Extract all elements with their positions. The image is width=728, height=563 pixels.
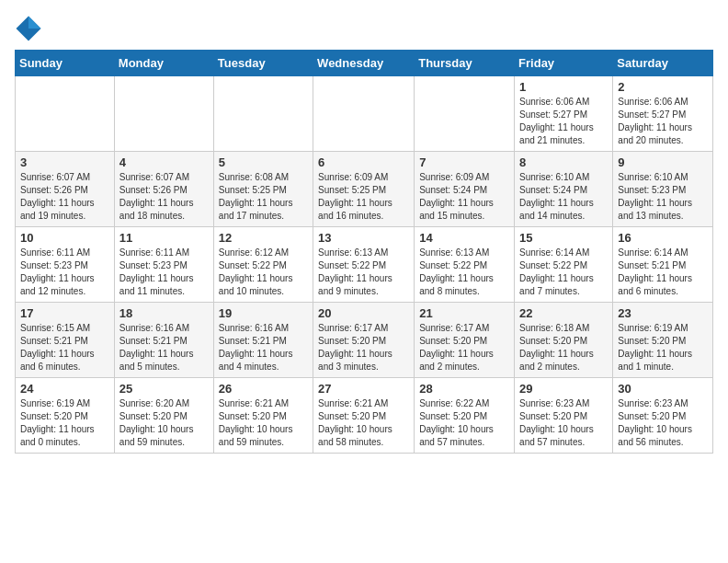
calendar-header-saturday: Saturday <box>613 51 713 76</box>
calendar-cell: 20Sunrise: 6:17 AM Sunset: 5:20 PM Dayli… <box>313 303 415 378</box>
day-info: Sunrise: 6:07 AM Sunset: 5:26 PM Dayligh… <box>119 171 209 223</box>
calendar-cell: 25Sunrise: 6:20 AM Sunset: 5:20 PM Dayli… <box>114 378 213 454</box>
calendar-week-row: 24Sunrise: 6:19 AM Sunset: 5:20 PM Dayli… <box>16 378 713 454</box>
day-number: 7 <box>419 155 509 169</box>
day-number: 15 <box>519 231 608 245</box>
day-info: Sunrise: 6:21 AM Sunset: 5:20 PM Dayligh… <box>318 397 409 449</box>
day-number: 16 <box>618 231 708 245</box>
day-info: Sunrise: 6:10 AM Sunset: 5:23 PM Dayligh… <box>618 171 708 223</box>
calendar-cell: 15Sunrise: 6:14 AM Sunset: 5:22 PM Dayli… <box>515 227 613 303</box>
calendar-header-sunday: Sunday <box>16 51 115 76</box>
day-number: 25 <box>119 382 209 396</box>
day-number: 11 <box>119 231 209 245</box>
day-number: 29 <box>519 382 608 396</box>
day-info: Sunrise: 6:06 AM Sunset: 5:27 PM Dayligh… <box>618 96 708 147</box>
day-number: 23 <box>618 306 708 320</box>
calendar-cell: 16Sunrise: 6:14 AM Sunset: 5:21 PM Dayli… <box>613 227 713 303</box>
calendar-cell <box>114 76 213 152</box>
logo <box>15 15 46 42</box>
calendar-cell: 3Sunrise: 6:07 AM Sunset: 5:26 PM Daylig… <box>16 152 115 227</box>
day-info: Sunrise: 6:20 AM Sunset: 5:20 PM Dayligh… <box>119 397 209 449</box>
calendar-cell: 30Sunrise: 6:23 AM Sunset: 5:20 PM Dayli… <box>613 378 713 454</box>
day-number: 24 <box>20 382 109 396</box>
calendar-cell: 10Sunrise: 6:11 AM Sunset: 5:23 PM Dayli… <box>16 227 115 303</box>
calendar-cell: 7Sunrise: 6:09 AM Sunset: 5:24 PM Daylig… <box>415 152 515 227</box>
calendar-cell: 28Sunrise: 6:22 AM Sunset: 5:20 PM Dayli… <box>415 378 515 454</box>
day-number: 8 <box>519 155 608 169</box>
calendar-cell: 24Sunrise: 6:19 AM Sunset: 5:20 PM Dayli… <box>16 378 115 454</box>
calendar-week-row: 10Sunrise: 6:11 AM Sunset: 5:23 PM Dayli… <box>16 227 713 303</box>
calendar-cell <box>16 76 115 152</box>
day-info: Sunrise: 6:16 AM Sunset: 5:21 PM Dayligh… <box>119 322 209 373</box>
day-info: Sunrise: 6:18 AM Sunset: 5:20 PM Dayligh… <box>519 322 608 373</box>
calendar-cell: 29Sunrise: 6:23 AM Sunset: 5:20 PM Dayli… <box>515 378 613 454</box>
page-header <box>15 15 713 42</box>
calendar-table: SundayMondayTuesdayWednesdayThursdayFrid… <box>15 50 713 454</box>
day-info: Sunrise: 6:07 AM Sunset: 5:26 PM Dayligh… <box>20 171 109 223</box>
svg-marker-1 <box>28 17 41 29</box>
calendar-header-thursday: Thursday <box>415 51 515 76</box>
calendar-cell: 19Sunrise: 6:16 AM Sunset: 5:21 PM Dayli… <box>213 303 313 378</box>
calendar-header-friday: Friday <box>515 51 613 76</box>
day-info: Sunrise: 6:09 AM Sunset: 5:25 PM Dayligh… <box>318 171 409 223</box>
calendar-cell: 1Sunrise: 6:06 AM Sunset: 5:27 PM Daylig… <box>515 76 613 152</box>
calendar-cell: 9Sunrise: 6:10 AM Sunset: 5:23 PM Daylig… <box>613 152 713 227</box>
day-number: 28 <box>419 382 509 396</box>
day-number: 1 <box>519 80 608 94</box>
day-number: 13 <box>318 231 409 245</box>
day-info: Sunrise: 6:17 AM Sunset: 5:20 PM Dayligh… <box>318 322 409 373</box>
day-info: Sunrise: 6:11 AM Sunset: 5:23 PM Dayligh… <box>119 247 209 298</box>
day-number: 22 <box>519 306 608 320</box>
day-number: 18 <box>119 306 209 320</box>
calendar-cell: 6Sunrise: 6:09 AM Sunset: 5:25 PM Daylig… <box>313 152 415 227</box>
calendar-header-tuesday: Tuesday <box>213 51 313 76</box>
day-info: Sunrise: 6:11 AM Sunset: 5:23 PM Dayligh… <box>20 247 109 298</box>
day-number: 12 <box>219 231 308 245</box>
day-number: 6 <box>318 155 409 169</box>
day-number: 26 <box>219 382 308 396</box>
calendar-cell <box>213 76 313 152</box>
day-number: 3 <box>20 155 109 169</box>
day-info: Sunrise: 6:13 AM Sunset: 5:22 PM Dayligh… <box>419 247 509 298</box>
calendar-cell: 21Sunrise: 6:17 AM Sunset: 5:20 PM Dayli… <box>415 303 515 378</box>
day-info: Sunrise: 6:14 AM Sunset: 5:21 PM Dayligh… <box>618 247 708 298</box>
day-info: Sunrise: 6:12 AM Sunset: 5:22 PM Dayligh… <box>219 247 308 298</box>
day-number: 9 <box>618 155 708 169</box>
day-info: Sunrise: 6:22 AM Sunset: 5:20 PM Dayligh… <box>419 397 509 449</box>
day-number: 14 <box>419 231 509 245</box>
day-info: Sunrise: 6:14 AM Sunset: 5:22 PM Dayligh… <box>519 247 608 298</box>
calendar-cell: 2Sunrise: 6:06 AM Sunset: 5:27 PM Daylig… <box>613 76 713 152</box>
calendar-cell: 18Sunrise: 6:16 AM Sunset: 5:21 PM Dayli… <box>114 303 213 378</box>
calendar-week-row: 17Sunrise: 6:15 AM Sunset: 5:21 PM Dayli… <box>16 303 713 378</box>
day-number: 10 <box>20 231 109 245</box>
day-number: 5 <box>219 155 308 169</box>
day-number: 20 <box>318 306 409 320</box>
day-info: Sunrise: 6:17 AM Sunset: 5:20 PM Dayligh… <box>419 322 509 373</box>
calendar-cell <box>313 76 415 152</box>
day-info: Sunrise: 6:09 AM Sunset: 5:24 PM Dayligh… <box>419 171 509 223</box>
day-info: Sunrise: 6:19 AM Sunset: 5:20 PM Dayligh… <box>618 322 708 373</box>
day-info: Sunrise: 6:23 AM Sunset: 5:20 PM Dayligh… <box>519 397 608 449</box>
calendar-header-monday: Monday <box>114 51 213 76</box>
calendar-header-row: SundayMondayTuesdayWednesdayThursdayFrid… <box>16 51 713 76</box>
calendar-cell: 12Sunrise: 6:12 AM Sunset: 5:22 PM Dayli… <box>213 227 313 303</box>
calendar-cell: 14Sunrise: 6:13 AM Sunset: 5:22 PM Dayli… <box>415 227 515 303</box>
calendar-cell: 13Sunrise: 6:13 AM Sunset: 5:22 PM Dayli… <box>313 227 415 303</box>
day-number: 27 <box>318 382 409 396</box>
calendar-cell: 26Sunrise: 6:21 AM Sunset: 5:20 PM Dayli… <box>213 378 313 454</box>
day-info: Sunrise: 6:10 AM Sunset: 5:24 PM Dayligh… <box>519 171 608 223</box>
day-number: 4 <box>119 155 209 169</box>
calendar-week-row: 1Sunrise: 6:06 AM Sunset: 5:27 PM Daylig… <box>16 76 713 152</box>
calendar-cell: 4Sunrise: 6:07 AM Sunset: 5:26 PM Daylig… <box>114 152 213 227</box>
logo-icon <box>15 15 42 42</box>
day-number: 21 <box>419 306 509 320</box>
day-number: 30 <box>618 382 708 396</box>
calendar-cell: 23Sunrise: 6:19 AM Sunset: 5:20 PM Dayli… <box>613 303 713 378</box>
day-info: Sunrise: 6:16 AM Sunset: 5:21 PM Dayligh… <box>219 322 308 373</box>
day-info: Sunrise: 6:21 AM Sunset: 5:20 PM Dayligh… <box>219 397 308 449</box>
calendar-cell: 17Sunrise: 6:15 AM Sunset: 5:21 PM Dayli… <box>16 303 115 378</box>
day-number: 2 <box>618 80 708 94</box>
calendar-cell: 22Sunrise: 6:18 AM Sunset: 5:20 PM Dayli… <box>515 303 613 378</box>
calendar-cell: 27Sunrise: 6:21 AM Sunset: 5:20 PM Dayli… <box>313 378 415 454</box>
day-info: Sunrise: 6:15 AM Sunset: 5:21 PM Dayligh… <box>20 322 109 373</box>
